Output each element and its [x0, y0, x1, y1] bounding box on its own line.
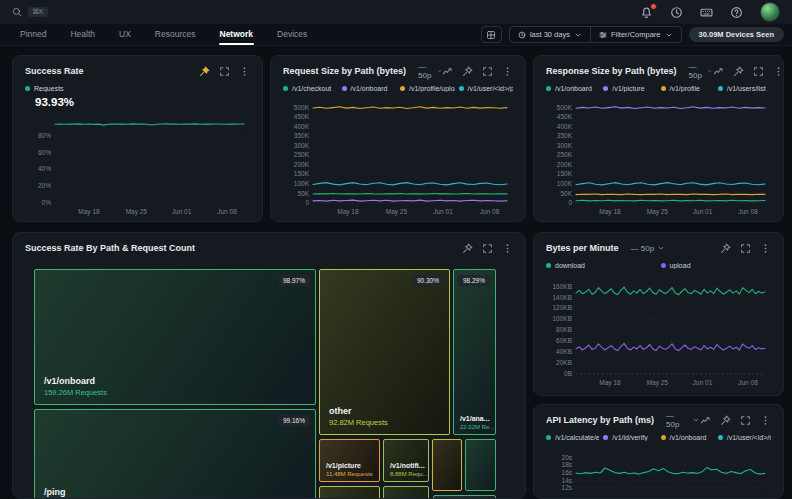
legend-item[interactable]: /v1/onboard	[661, 434, 714, 441]
kebab-icon[interactable]	[502, 66, 513, 77]
success-rate-badge: 99.16%	[278, 415, 310, 426]
time-range-dropdown[interactable]: last 30 days	[510, 27, 590, 42]
avatar[interactable]	[760, 2, 780, 22]
tab-network[interactable]: Network	[208, 24, 266, 45]
tab-health[interactable]: Health	[58, 24, 107, 45]
legend-item[interactable]: /v1/profile/upload	[400, 85, 455, 92]
kebab-icon[interactable]	[760, 415, 771, 426]
svg-text:14s: 14s	[562, 477, 573, 484]
percentile-dropdown[interactable]: — 50p	[689, 62, 713, 80]
pin-icon[interactable]	[720, 243, 731, 254]
percentile-dropdown[interactable]: — 50p	[418, 62, 442, 80]
percentile-label: — 50p	[666, 411, 689, 429]
legend-item[interactable]: /v1/picture	[603, 85, 656, 92]
legend-label: /v1/onboard	[351, 85, 388, 92]
legend-item[interactable]: upload	[661, 262, 772, 269]
legend-item[interactable]: /v1/profile	[661, 85, 714, 92]
treemap-cell-ping[interactable]: 99.16%/ping	[34, 409, 316, 499]
expand-icon[interactable]	[219, 66, 230, 77]
card-actions	[713, 66, 784, 77]
help-icon	[730, 6, 743, 19]
pin-icon[interactable]	[733, 66, 744, 77]
legend-item[interactable]: /v1/onboard	[342, 85, 397, 92]
grid-icon	[486, 30, 496, 40]
svg-text:250K: 250K	[557, 151, 573, 158]
treemap-cell-v1-notifi[interactable]: /v1/notifi...8.88M Requ...	[383, 439, 429, 482]
request-count: 22.02M Re...	[460, 424, 494, 430]
treemap-cell-v1-onboard[interactable]: 98.97%/v1/onboard159.26M Requests	[34, 269, 316, 405]
svg-text:150K: 150K	[294, 170, 310, 177]
treemap-cell[interactable]	[432, 439, 462, 491]
legend-dot	[603, 435, 608, 440]
keyboard-shortcuts-button[interactable]	[700, 6, 713, 19]
expand-icon[interactable]	[482, 243, 493, 254]
legend-label: /v1/profile/upload	[409, 85, 455, 92]
legend-item[interactable]: /v1/user/<id>/rem...	[718, 434, 771, 441]
treemap-cell[interactable]	[465, 439, 496, 491]
pin-icon[interactable]	[720, 415, 731, 426]
expand-icon[interactable]	[753, 66, 764, 77]
expand-icon[interactable]	[740, 243, 751, 254]
filter-group: last 30 days Filter/Compare	[509, 26, 682, 43]
svg-text:Jun 08: Jun 08	[217, 208, 237, 215]
success-rate-value: 93.93%	[35, 96, 250, 108]
help-button[interactable]	[730, 6, 743, 19]
svg-text:450K: 450K	[557, 113, 573, 120]
legend-item[interactable]: download	[546, 262, 657, 269]
legend-item[interactable]: /v1/onboard	[546, 85, 599, 92]
legend-item[interactable]: Requests	[25, 85, 250, 92]
layout-grid-button[interactable]	[481, 26, 502, 43]
pin-icon[interactable]	[199, 66, 210, 77]
chart-type-icon[interactable]	[713, 66, 724, 77]
request-size-chart: 050K100K150K200K250K300K350K400K450K500K…	[283, 98, 513, 216]
chart-type-icon[interactable]	[700, 415, 711, 426]
svg-text:May 18: May 18	[599, 208, 621, 216]
pin-icon[interactable]	[462, 243, 473, 254]
card-success-by-path: Success Rate By Path & Request Count 98.…	[12, 232, 526, 499]
card-title: Success Rate By Path & Request Count	[25, 243, 195, 253]
request-count: 8.88M Requ...	[390, 471, 428, 477]
legend-item[interactable]: /v1/calculate/eta	[546, 434, 599, 441]
percentile-dropdown[interactable]: — 50p	[631, 244, 666, 253]
expand-icon[interactable]	[482, 66, 493, 77]
sliders-icon	[599, 31, 607, 39]
history-button[interactable]	[670, 6, 683, 19]
filter-compare-dropdown[interactable]: Filter/Compare	[591, 27, 681, 42]
treemap-cell-v1-picture[interactable]: /v1/picture11.48M Requests	[319, 439, 380, 482]
kebab-icon[interactable]	[502, 243, 513, 254]
expand-icon[interactable]	[740, 415, 751, 426]
svg-text:20KB: 20KB	[556, 359, 572, 366]
topbar: ⌘K	[0, 0, 792, 24]
svg-text:May 25: May 25	[647, 379, 669, 387]
kebab-icon[interactable]	[760, 243, 771, 254]
tab-devices[interactable]: Devices	[265, 24, 319, 45]
legend-label: /v1/calculate/eta	[555, 434, 599, 441]
percentile-dropdown[interactable]: — 50p	[666, 411, 700, 429]
devices-seen-badge[interactable]: 30.09M Devices Seen	[689, 27, 784, 42]
svg-text:100KB: 100KB	[552, 315, 572, 322]
legend-dot	[25, 86, 30, 91]
treemap-cell[interactable]	[383, 486, 429, 499]
legend-label: /v1/checkout	[292, 85, 331, 92]
legend-label: /v1/profile	[670, 85, 700, 92]
tab-pinned[interactable]: Pinned	[8, 24, 58, 45]
legend-item[interactable]: /v1/users/list	[718, 85, 771, 92]
svg-text:20s: 20s	[562, 454, 573, 461]
legend-item[interactable]: /v1/checkout	[283, 85, 338, 92]
pin-icon[interactable]	[462, 66, 473, 77]
legend-item[interactable]: /v1/user/<id>/profile	[459, 85, 514, 92]
treemap-cell-v1-ana[interactable]: 98.29%/v1/ana...22.02M Re...	[453, 269, 496, 435]
notifications-button[interactable]	[640, 6, 653, 19]
tab-resources[interactable]: Resources	[143, 24, 208, 45]
treemap-cell[interactable]	[433, 495, 496, 499]
global-search[interactable]: ⌘K	[12, 7, 48, 17]
legend-item[interactable]: /v1/id/verify	[603, 434, 656, 441]
topbar-actions	[640, 2, 780, 22]
treemap-cell[interactable]	[319, 486, 380, 499]
chart-type-icon[interactable]	[442, 66, 453, 77]
tab-ux[interactable]: UX	[107, 24, 143, 45]
kebab-icon[interactable]	[773, 66, 784, 77]
treemap-cell-other[interactable]: 90.30%other92.82M Requests	[319, 269, 450, 435]
svg-text:0%: 0%	[42, 199, 52, 206]
kebab-icon[interactable]	[239, 66, 250, 77]
